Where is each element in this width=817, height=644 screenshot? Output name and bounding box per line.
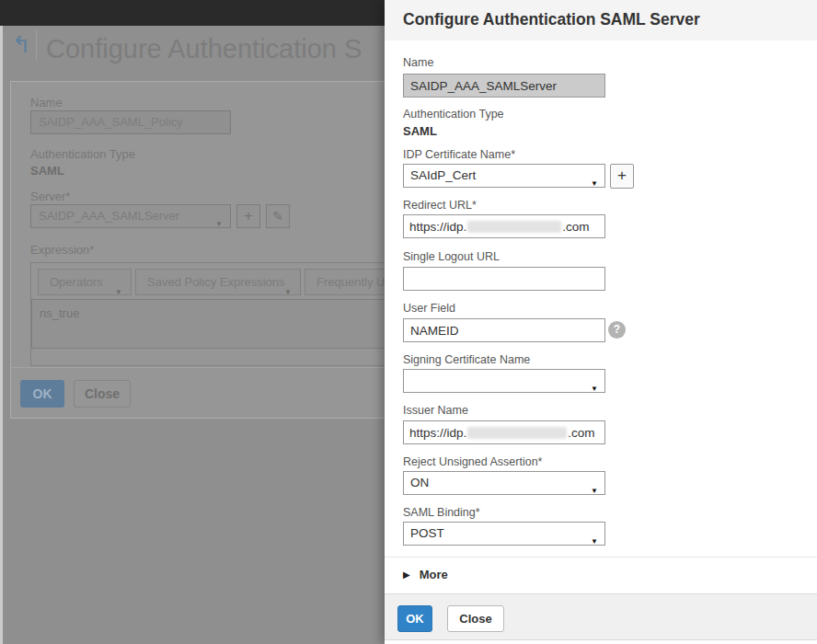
dropdown-arrow-icon: ▼ — [591, 378, 598, 393]
idp-certificate-select[interactable]: SAIdP_Cert ▼ — [403, 164, 605, 188]
saml-binding-select[interactable]: POST ▼ — [403, 522, 605, 546]
bg-auth-type-value: SAML — [30, 164, 64, 178]
bg-ok-button: OK — [20, 380, 64, 408]
saml-binding-value: POST — [410, 526, 444, 540]
dropdown-arrow-icon: ▼ — [284, 280, 292, 295]
issuer-name-field[interactable]: https://idp. .com — [403, 420, 605, 444]
bg-expression-editor: Operators ▼ Saved Policy Expressions ▼ F… — [30, 262, 420, 366]
redacted-text — [467, 221, 561, 233]
panel-title: Configure Authentication SAML Server — [403, 10, 700, 29]
help-icon[interactable]: ? — [608, 321, 626, 339]
bg-add-server-button: + — [236, 204, 260, 228]
dropdown-arrow-icon: ▼ — [591, 531, 598, 546]
issuer-name-suffix: .com — [568, 426, 594, 440]
bg-name-field: SAIDP_AAA_SAML_Policy — [30, 110, 231, 134]
page-left-edge — [0, 26, 3, 644]
idp-certificate-value: SAIdP_Cert — [410, 168, 476, 182]
close-button[interactable]: Close — [447, 605, 504, 632]
redirect-url-label: Redirect URL* — [403, 199, 477, 212]
auth-type-value: SAML — [403, 124, 437, 138]
issuer-name-label: Issuer Name — [403, 404, 468, 417]
redirect-url-suffix: .com — [562, 220, 589, 234]
panel-header: Configure Authentication SAML Server — [385, 0, 817, 40]
ok-button[interactable]: OK — [397, 605, 432, 632]
background-page-title: Configure Authentication S — [46, 29, 385, 68]
bg-name-label: Name — [30, 96, 63, 109]
more-section-divider — [385, 557, 817, 558]
bg-edit-server-button: ✎ — [266, 204, 290, 228]
bg-operators-button: Operators ▼ — [38, 269, 132, 295]
signing-certificate-label: Signing Certificate Name — [403, 353, 530, 366]
bg-operators-button-label: Operators — [50, 275, 103, 289]
bg-close-button: Close — [74, 380, 131, 408]
more-label: More — [420, 568, 448, 581]
issuer-name-prefix: https://idp. — [409, 426, 466, 440]
single-logout-url-field[interactable] — [403, 267, 605, 291]
signing-certificate-select[interactable]: ▼ — [403, 369, 605, 393]
bg-auth-type-label: Authentication Type — [30, 147, 135, 161]
reject-unsigned-assertion-select[interactable]: ON ▼ — [403, 471, 605, 495]
bg-saved-policy-expressions-button: Saved Policy Expressions ▼ — [135, 269, 301, 295]
dropdown-arrow-icon: ▼ — [115, 280, 122, 295]
dropdown-arrow-icon: ▼ — [591, 173, 598, 188]
saml-binding-label: SAML Binding* — [403, 506, 480, 519]
bg-expression-textarea: ns_true — [31, 299, 420, 349]
dropdown-arrow-icon: ▼ — [591, 480, 598, 495]
single-logout-url-label: Single Logout URL — [403, 250, 500, 263]
redirect-url-field[interactable]: https://idp. .com — [403, 214, 605, 238]
title-divider — [36, 29, 37, 61]
bg-server-select-value: SAIDP_AAA_SAMLServer — [39, 209, 179, 223]
bg-expression-label: Expression* — [30, 243, 94, 257]
back-arrow-icon: ↰ — [8, 31, 34, 57]
reject-unsigned-assertion-value: ON — [410, 476, 429, 489]
idp-certificate-label: IDP Certificate Name* — [403, 148, 515, 161]
configure-saml-server-panel: Configure Authentication SAML Server Nam… — [385, 0, 817, 644]
bg-frequently-used-label: Frequently Us — [316, 275, 391, 289]
add-certificate-button[interactable]: + — [610, 164, 634, 189]
bg-server-label: Server* — [30, 190, 70, 203]
redirect-url-prefix: https://idp. — [409, 220, 466, 234]
panel-footer: OK Close — [385, 593, 817, 640]
user-field-input[interactable] — [403, 318, 605, 342]
more-expander[interactable]: ▶ More — [403, 565, 448, 583]
app-root: ↰ Configure Authentication S Name SAIDP_… — [0, 0, 817, 644]
dropdown-arrow-icon: ▼ — [215, 213, 223, 236]
name-label: Name — [403, 56, 433, 69]
redacted-text — [467, 427, 567, 439]
bg-saved-policy-expressions-label: Saved Policy Expressions — [147, 275, 285, 289]
name-field — [403, 74, 605, 98]
expander-triangle-icon: ▶ — [403, 569, 410, 580]
user-field-label: User Field — [403, 302, 455, 315]
reject-unsigned-assertion-label: Reject Unsigned Assertion* — [403, 455, 542, 468]
auth-type-label: Authentication Type — [403, 108, 504, 121]
bg-server-select: SAIDP_AAA_SAMLServer ▼ — [30, 204, 231, 228]
